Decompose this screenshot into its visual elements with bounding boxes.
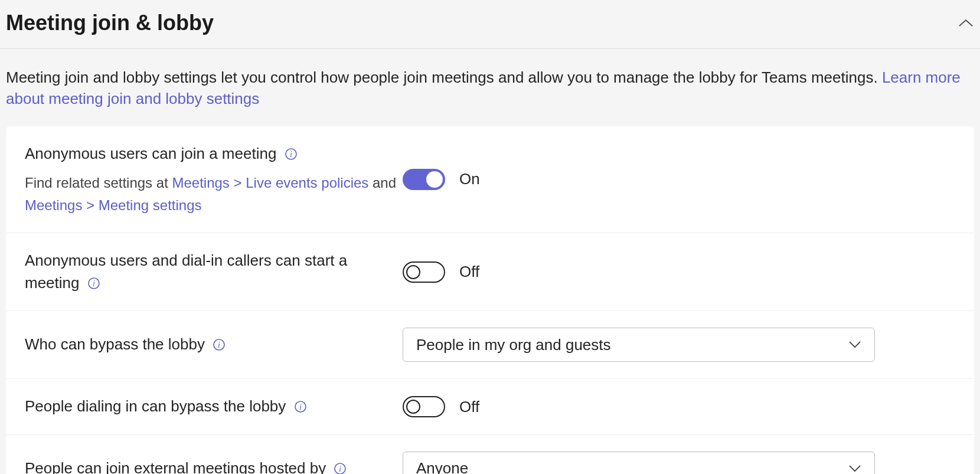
dropdown-value: People in my org and guests (416, 336, 611, 354)
info-icon[interactable]: i (213, 338, 226, 351)
setting-row-dialin-bypass: People dialing in can bypass the lobby i… (6, 379, 974, 435)
sublabel-mid: and (368, 175, 396, 191)
toggle-anonymous-join[interactable] (403, 169, 445, 190)
info-icon[interactable]: i (334, 462, 347, 474)
setting-label-text: Anonymous users and dial-in callers can … (25, 251, 347, 292)
dropdown-external-hosted[interactable]: Anyone (403, 452, 875, 474)
svg-text:i: i (290, 150, 292, 159)
section-header: Meeting join & lobby (0, 0, 980, 49)
toggle-state-label: Off (459, 263, 479, 281)
setting-control: People in my org and guests (403, 328, 955, 362)
dropdown-bypass-lobby[interactable]: People in my org and guests (403, 328, 875, 362)
setting-label-text: People dialing in can bypass the lobby (25, 397, 286, 415)
setting-label: Anonymous users can join a meeting i Fin… (25, 143, 403, 216)
setting-control: Off (403, 261, 955, 283)
setting-row-bypass-lobby: Who can bypass the lobby i People in my … (6, 311, 974, 379)
svg-text:i: i (339, 465, 342, 473)
section-title: Meeting join & lobby (6, 11, 214, 35)
setting-control: On (403, 169, 955, 190)
toggle-dialin-bypass[interactable] (403, 396, 445, 417)
setting-label-text: Who can bypass the lobby (25, 335, 205, 353)
setting-row-external-hosted: People can join external meetings hosted… (6, 435, 974, 474)
setting-label-text: People can join external meetings hosted… (25, 459, 326, 474)
toggle-state-label: On (459, 170, 480, 188)
setting-label: Who can bypass the lobby i (25, 334, 403, 356)
collapse-button[interactable] (958, 15, 974, 31)
section-description-text: Meeting join and lobby settings let you … (6, 68, 878, 86)
toggle-knob (426, 171, 443, 188)
setting-control: Anyone (403, 452, 955, 474)
info-icon[interactable]: i (285, 148, 298, 161)
settings-card: Anonymous users can join a meeting i Fin… (6, 126, 974, 474)
svg-text:i: i (93, 279, 95, 288)
setting-row-anonymous-join: Anonymous users can join a meeting i Fin… (6, 126, 974, 233)
info-icon[interactable]: i (294, 400, 307, 413)
toggle-state-label: Off (459, 398, 479, 416)
svg-text:i: i (218, 341, 220, 349)
section-description: Meeting join and lobby settings let you … (0, 49, 980, 126)
chevron-up-icon (958, 18, 974, 28)
sublabel-prefix: Find related settings at (25, 175, 172, 191)
meeting-settings-link[interactable]: Meetings > Meeting settings (25, 197, 202, 213)
setting-row-anonymous-start: Anonymous users and dial-in callers can … (6, 233, 974, 311)
live-events-policies-link[interactable]: Meetings > Live events policies (172, 175, 368, 191)
toggle-knob (406, 400, 420, 414)
info-icon[interactable]: i (87, 277, 100, 290)
setting-label: Anonymous users and dial-in callers can … (25, 250, 403, 294)
setting-label: People dialing in can bypass the lobby i (25, 395, 403, 418)
setting-label-text: Anonymous users can join a meeting (25, 145, 276, 162)
svg-text:i: i (299, 403, 302, 411)
setting-control: Off (403, 396, 955, 417)
toggle-knob (406, 265, 420, 279)
setting-label: People can join external meetings hosted… (25, 457, 403, 474)
toggle-anonymous-start[interactable] (403, 261, 445, 283)
chevron-down-icon (848, 465, 861, 473)
dropdown-value: Anyone (416, 459, 468, 474)
chevron-down-icon (848, 341, 861, 349)
setting-sublabel: Find related settings at Meetings > Live… (25, 172, 403, 215)
